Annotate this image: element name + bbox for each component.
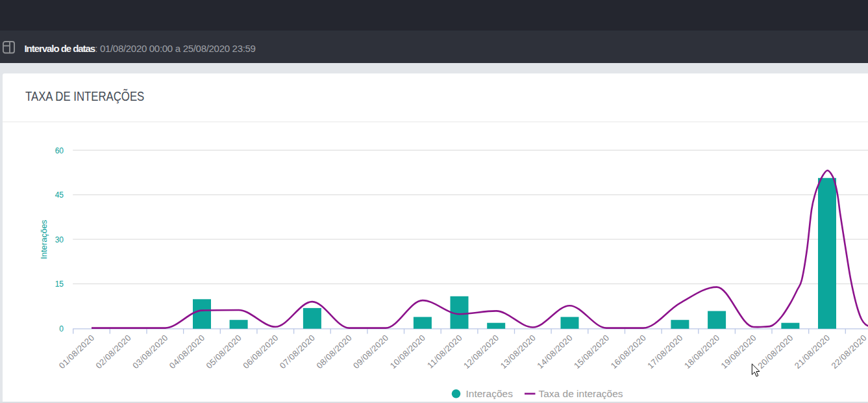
svg-text:04/08/2020: 04/08/2020 [167,333,206,370]
svg-text:02/08/2020: 02/08/2020 [94,333,133,370]
svg-text:10/08/2020: 10/08/2020 [388,333,427,370]
svg-text:05/08/2020: 05/08/2020 [204,333,243,370]
svg-text:21/08/2020: 21/08/2020 [793,333,832,370]
svg-text:17/08/2020: 17/08/2020 [645,333,684,370]
svg-text:01/08/2020: 01/08/2020 [57,333,96,370]
svg-text:11/08/2020: 11/08/2020 [425,333,464,370]
svg-text:09/08/2020: 09/08/2020 [351,333,390,370]
svg-text:03/08/2020: 03/08/2020 [130,333,169,370]
svg-text:20/08/2020: 20/08/2020 [756,333,795,370]
svg-text:30: 30 [55,235,64,244]
svg-text:45: 45 [55,190,64,200]
svg-text:15/08/2020: 15/08/2020 [572,333,611,370]
svg-text:60: 60 [55,146,64,155]
svg-text:Interações: Interações [39,220,49,259]
svg-text:0: 0 [59,324,64,333]
svg-text:Taxa de interações: Taxa de interações [539,388,623,399]
svg-text:Interações: Interações [466,388,514,399]
svg-text:06/08/2020: 06/08/2020 [241,333,280,370]
svg-text:16/08/2020: 16/08/2020 [609,333,648,370]
svg-text:15: 15 [55,280,64,289]
svg-text:22/08/2020: 22/08/2020 [830,333,868,370]
svg-text:07/08/2020: 07/08/2020 [278,333,317,370]
svg-text:12/08/2020: 12/08/2020 [462,333,501,370]
svg-text:13/08/2020: 13/08/2020 [499,333,538,370]
svg-text:18/08/2020: 18/08/2020 [682,333,721,370]
svg-text:08/08/2020: 08/08/2020 [314,333,353,370]
svg-text:14/08/2020: 14/08/2020 [535,333,574,370]
